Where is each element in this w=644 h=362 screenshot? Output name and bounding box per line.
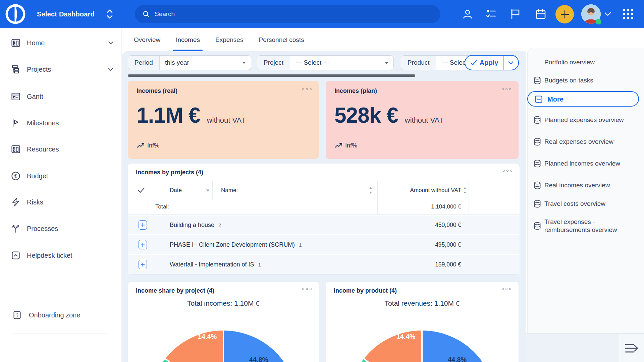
kpi-card-title: Incomes (plan) bbox=[334, 87, 377, 95]
panel-item-travel-expenses-reimbursements[interactable]: Travel expenses - reimbursements overvie… bbox=[526, 218, 642, 234]
expand-row-button[interactable] bbox=[139, 220, 147, 230]
sidebar-item-resources[interactable]: Resources bbox=[0, 141, 120, 158]
milestone-flag-icon bbox=[11, 118, 21, 128]
kpi-trend-value: Inf% bbox=[345, 142, 357, 149]
kpi-trend-value: Inf% bbox=[147, 142, 159, 149]
total-amount: 1,104,000 € bbox=[377, 199, 461, 215]
sidebar-item-label: Risks bbox=[27, 198, 43, 206]
pie-chart[interactable] bbox=[128, 282, 319, 362]
panel-item-portfolio-overview[interactable]: Portfolio overview bbox=[526, 56, 642, 68]
app-logo-icon[interactable] bbox=[5, 3, 26, 25]
home-dashboard-icon bbox=[11, 38, 21, 48]
period-filter[interactable]: Period this year bbox=[128, 55, 251, 70]
tab-overview[interactable]: Overview bbox=[134, 28, 160, 51]
chevron-down-icon[interactable] bbox=[107, 66, 114, 73]
kpi-card-incomes-plan: Incomes (plan) 528k € without VAT Inf% bbox=[326, 81, 519, 159]
table-header-row: Date Name: Amount without VAT bbox=[128, 181, 520, 199]
avatar-chevron-down-icon[interactable] bbox=[604, 11, 612, 17]
gantt-icon bbox=[11, 92, 21, 102]
sidebar-item-label: Onboarding zone bbox=[29, 311, 80, 319]
panel-item-real-incomes[interactable]: Real incomes overview bbox=[526, 179, 642, 191]
sidebar-item-budget[interactable]: € Budget bbox=[0, 168, 120, 184]
filters-scrollbar[interactable] bbox=[128, 74, 415, 77]
row-count-badge: 2 bbox=[218, 222, 221, 228]
expand-row-button[interactable] bbox=[139, 260, 147, 269]
apply-button-main[interactable]: Apply bbox=[465, 56, 503, 70]
column-header-name[interactable]: Name: bbox=[221, 181, 238, 199]
app-window: Select Dashboard bbox=[0, 0, 644, 362]
card-menu-button[interactable] bbox=[302, 88, 312, 90]
row-count-badge: 1 bbox=[258, 262, 261, 267]
table-row[interactable]: Building a house2 450,000 € bbox=[128, 216, 520, 234]
select-all-check-icon[interactable] bbox=[137, 187, 145, 194]
kpi-value: 1.1M € bbox=[137, 103, 200, 128]
panel-footer bbox=[526, 334, 644, 362]
page-tabs: Overview Incomes Expenses Personnel cost… bbox=[122, 28, 526, 51]
search-bar[interactable] bbox=[135, 5, 440, 23]
sidebar-item-gantt[interactable]: Gantt bbox=[0, 88, 120, 105]
sort-arrows-icon[interactable] bbox=[463, 186, 467, 195]
quick-add-button[interactable] bbox=[555, 5, 574, 23]
tasks-checklist-icon[interactable] bbox=[485, 8, 497, 20]
calendar-icon[interactable] bbox=[535, 8, 547, 20]
project-name[interactable]: Waterfall - Implementation of IS bbox=[170, 261, 254, 268]
chevron-down-icon[interactable] bbox=[107, 40, 114, 46]
sidebar-item-label: Projects bbox=[27, 66, 51, 73]
panel-item-planned-expenses[interactable]: Planned expenses overview bbox=[526, 112, 642, 128]
tab-expenses[interactable]: Expenses bbox=[215, 28, 243, 51]
sidebar-item-label: Home bbox=[27, 39, 45, 47]
right-widgets-panel: Portfolio overview Budgets on tasks More bbox=[526, 28, 644, 362]
database-icon bbox=[533, 222, 542, 230]
card-menu-button[interactable] bbox=[503, 170, 512, 172]
database-icon bbox=[533, 199, 542, 208]
project-filter[interactable]: Project --- Select --- bbox=[257, 55, 394, 70]
sidebar-item-projects[interactable]: Projects bbox=[0, 61, 120, 78]
sidebar-item-home[interactable]: Home bbox=[0, 35, 120, 51]
apply-filters-button[interactable]: Apply bbox=[465, 55, 519, 70]
card-menu-button[interactable] bbox=[502, 88, 511, 90]
date-filter-caret-icon[interactable] bbox=[206, 189, 210, 192]
sidebar-item-label: Resources bbox=[27, 145, 59, 153]
flag-icon[interactable] bbox=[509, 8, 522, 20]
panel-item-budgets-on-tasks[interactable]: Budgets on tasks bbox=[526, 74, 642, 86]
sidebar-item-processes[interactable]: Processes bbox=[0, 220, 120, 237]
panel-item-label: Real incomes overview bbox=[544, 181, 638, 189]
sidebar-item-label: Processes bbox=[27, 225, 58, 233]
sidebar-item-milestones[interactable]: Milestones bbox=[0, 115, 120, 131]
sidebar-item-risks[interactable]: Risks bbox=[0, 194, 120, 210]
search-input[interactable] bbox=[155, 10, 433, 18]
expand-row-button[interactable] bbox=[139, 240, 147, 249]
column-header-amount[interactable]: Amount without VAT bbox=[377, 181, 461, 199]
resources-icon bbox=[11, 144, 21, 154]
panel-item-label: Travel expenses - reimbursements overvie… bbox=[544, 218, 638, 234]
panel-item-planned-incomes[interactable]: Planned incomes overview bbox=[526, 156, 642, 172]
sort-arrows-icon[interactable] bbox=[369, 186, 373, 195]
column-header-date[interactable]: Date bbox=[170, 181, 182, 199]
apps-grid-icon[interactable] bbox=[621, 7, 635, 21]
panel-item-more-selected[interactable]: More bbox=[527, 91, 639, 107]
panel-item-label: Budgets on tasks bbox=[544, 76, 638, 84]
database-icon bbox=[533, 76, 542, 85]
expand-panel-icon[interactable] bbox=[622, 342, 641, 354]
user-icon[interactable] bbox=[462, 8, 474, 20]
risks-lightning-icon bbox=[11, 197, 21, 207]
kpi-card-title: Incomes (real) bbox=[137, 87, 177, 95]
panel-item-real-expenses[interactable]: Real expenses overview bbox=[526, 136, 642, 148]
tab-incomes[interactable]: Incomes bbox=[176, 28, 200, 51]
panel-item-label: Portfolio overview bbox=[544, 58, 638, 66]
pie-chart[interactable] bbox=[326, 282, 519, 362]
panel-item-label: Planned incomes overview bbox=[544, 160, 638, 168]
project-name[interactable]: PHASE I - Client Zone Development (SCRUM… bbox=[170, 241, 295, 248]
sidebar-item-helpdesk[interactable]: Helpdesk ticket bbox=[0, 247, 120, 264]
project-name[interactable]: Building a house bbox=[170, 222, 214, 229]
table-row[interactable]: Waterfall - Implementation of IS1 159,00… bbox=[128, 255, 520, 274]
panel-item-travel-costs[interactable]: Travel costs overview bbox=[526, 198, 642, 210]
budget-euro-icon: € bbox=[11, 171, 21, 181]
apply-options-chevron[interactable] bbox=[503, 56, 518, 70]
sidebar-item-onboarding[interactable]: Onboarding zone bbox=[0, 307, 120, 323]
table-row[interactable]: PHASE I - Client Zone Development (SCRUM… bbox=[128, 235, 520, 254]
processes-branch-icon bbox=[11, 224, 21, 234]
dashboard-selector[interactable]: Select Dashboard bbox=[37, 0, 113, 28]
panel-item-label: More bbox=[547, 92, 564, 107]
tab-personnel-costs[interactable]: Personnel costs bbox=[259, 28, 304, 51]
